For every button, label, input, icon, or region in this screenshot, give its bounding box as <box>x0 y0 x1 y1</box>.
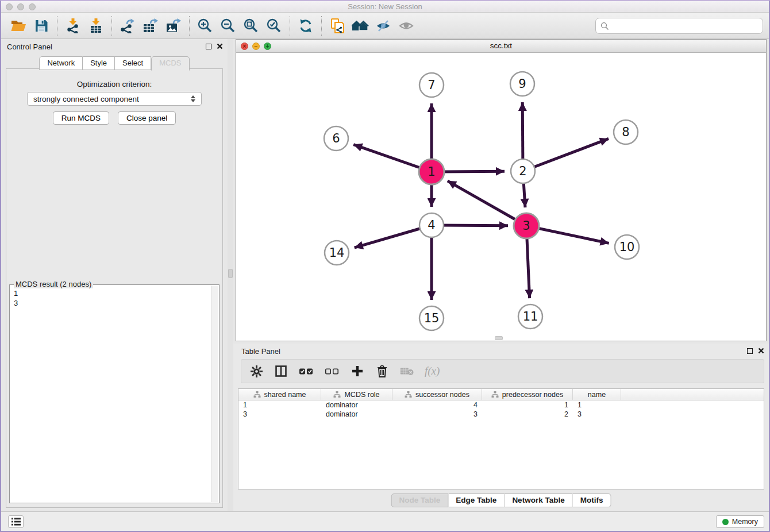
criterion-dropdown[interactable]: strongly connected component <box>27 92 202 106</box>
zoom-selected-icon[interactable] <box>263 15 286 37</box>
hide-selected-icon[interactable] <box>372 15 395 37</box>
cell-name[interactable]: 3 <box>573 410 621 419</box>
cell-successor-nodes[interactable]: 4 <box>392 400 482 410</box>
zoom-fit-icon[interactable] <box>240 15 263 37</box>
cell-name[interactable]: 1 <box>573 400 621 410</box>
memory-label: Memory <box>732 518 758 526</box>
sort-column-icon <box>253 391 261 398</box>
toolbar-separator <box>111 16 112 36</box>
open-session-icon[interactable] <box>7 15 30 37</box>
deselect-all-icon[interactable] <box>325 364 340 378</box>
network-canvas[interactable]: 1234678910111415 <box>236 53 766 341</box>
first-neighbors-icon[interactable] <box>349 15 372 37</box>
tab-motifs[interactable]: Motifs <box>573 494 611 507</box>
table-row[interactable]: 1dominator411 <box>238 400 764 410</box>
zoom-in-icon[interactable] <box>194 15 217 37</box>
gear-icon[interactable] <box>249 364 263 378</box>
float-panel-icon[interactable] <box>206 44 211 49</box>
show-all-icon[interactable] <box>395 15 418 37</box>
optimization-criterion-label: Optimization criterion: <box>6 80 222 88</box>
tab-style[interactable]: Style <box>83 56 115 70</box>
svg-text:10: 10 <box>619 240 635 254</box>
criterion-value: strongly connected component <box>33 95 139 103</box>
result-scrollbar[interactable] <box>211 286 218 502</box>
table-tabs: Node TableEdge TableNetwork TableMotifs <box>391 494 611 507</box>
float-table-panel-icon[interactable] <box>747 348 753 354</box>
toolbar-separator <box>321 16 322 36</box>
node-table: shared nameMCDS rolesuccessor nodesprede… <box>238 388 764 489</box>
delete-icon[interactable] <box>375 364 389 378</box>
copy-network-view-icon[interactable] <box>326 15 349 37</box>
node-9[interactable]: 9 <box>510 72 534 96</box>
cell-shared-name[interactable]: 1 <box>238 400 321 410</box>
cell-shared-name[interactable]: 3 <box>238 410 321 419</box>
sort-column-icon <box>333 391 341 398</box>
canvas-resize-grip[interactable] <box>495 336 503 340</box>
svg-text:11: 11 <box>523 310 538 323</box>
columns-icon[interactable] <box>274 364 288 378</box>
tab-mcds[interactable]: MCDS <box>151 56 189 71</box>
svg-text:15: 15 <box>424 311 440 325</box>
zoom-out-icon[interactable] <box>217 15 240 37</box>
save-session-icon[interactable] <box>30 15 53 37</box>
node-14[interactable]: 14 <box>325 241 349 265</box>
search-field[interactable] <box>595 18 763 34</box>
cell-predecessor-nodes[interactable]: 1 <box>482 400 573 410</box>
node-3[interactable]: 3 <box>514 213 539 238</box>
export-table-icon[interactable] <box>139 15 162 37</box>
splitter-grip[interactable] <box>228 269 233 278</box>
svg-text:2: 2 <box>519 164 526 178</box>
delete-table-icon[interactable] <box>400 364 414 378</box>
export-image-icon[interactable] <box>162 15 185 37</box>
run-mcds-button[interactable]: Run MCDS <box>53 111 109 125</box>
result-line: 1 <box>14 288 206 298</box>
cell-successor-nodes[interactable]: 3 <box>392 410 482 419</box>
tab-edge-table[interactable]: Edge Table <box>448 494 505 507</box>
column-header-mcds-role[interactable]: MCDS role <box>321 389 392 400</box>
node-4[interactable]: 4 <box>419 213 444 237</box>
network-window-titlebar[interactable]: × − + scc.txt <box>236 40 766 53</box>
cell-predecessor-nodes[interactable]: 2 <box>482 410 573 419</box>
node-10[interactable]: 10 <box>615 235 639 259</box>
node-1[interactable]: 1 <box>419 159 444 184</box>
node-11[interactable]: 11 <box>518 304 542 329</box>
refresh-view-icon[interactable] <box>294 15 317 37</box>
import-network-icon[interactable] <box>61 15 84 37</box>
edge-2-8[interactable] <box>523 138 609 171</box>
edge-3-1[interactable] <box>448 181 526 226</box>
node-15[interactable]: 15 <box>419 306 444 330</box>
add-icon[interactable] <box>351 364 364 378</box>
column-label: shared name <box>264 391 306 399</box>
close-panel-button[interactable]: Close panel <box>118 111 176 125</box>
cell-mcds-role[interactable]: dominator <box>321 400 392 410</box>
function-icon[interactable]: f(x) <box>425 365 440 377</box>
node-8[interactable]: 8 <box>614 120 638 144</box>
vertical-splitter[interactable] <box>228 39 233 511</box>
column-header-name[interactable]: name <box>573 389 621 400</box>
toolbar-separator <box>57 16 57 36</box>
close-panel-icon[interactable] <box>217 43 223 49</box>
node-2[interactable]: 2 <box>511 159 535 183</box>
table-row[interactable]: 3dominator323 <box>238 410 764 419</box>
toolbar-separator <box>290 16 290 36</box>
tab-network[interactable]: Network <box>39 56 83 70</box>
status-bar: Memory <box>1 511 769 531</box>
svg-text:14: 14 <box>329 246 345 260</box>
task-history-button[interactable] <box>8 515 24 528</box>
tab-network-table[interactable]: Network Table <box>505 494 572 507</box>
memory-button[interactable]: Memory <box>716 515 764 528</box>
import-table-icon[interactable] <box>84 15 107 37</box>
table-header-row: shared nameMCDS rolesuccessor nodesprede… <box>238 389 764 400</box>
export-network-icon[interactable] <box>116 15 139 37</box>
close-table-panel-icon[interactable] <box>758 348 764 354</box>
tab-select[interactable]: Select <box>115 56 151 70</box>
column-header-successor-nodes[interactable]: successor nodes <box>392 389 482 400</box>
search-input[interactable] <box>609 21 758 31</box>
node-6[interactable]: 6 <box>324 126 348 151</box>
node-7[interactable]: 7 <box>419 73 444 97</box>
select-all-icon[interactable] <box>299 364 314 378</box>
cell-mcds-role[interactable]: dominator <box>321 410 392 419</box>
tab-node-table[interactable]: Node Table <box>391 494 449 507</box>
column-header-shared-name[interactable]: shared name <box>238 389 321 400</box>
column-header-predecessor-nodes[interactable]: predecessor nodes <box>482 389 573 400</box>
